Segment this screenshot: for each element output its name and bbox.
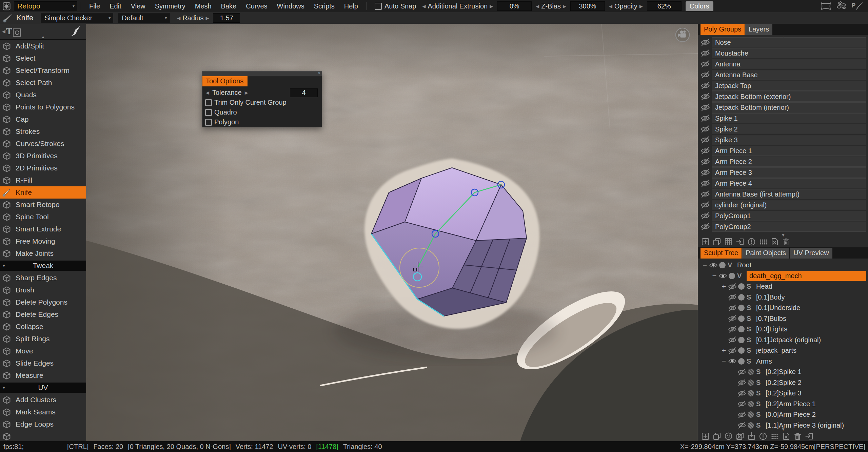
visibility-off-icon[interactable] [737,421,746,430]
visibility-off-icon[interactable] [701,59,710,69]
spinner-right-icon[interactable]: ▶ [244,90,249,95]
sidebar-item-cap[interactable]: Cap [0,113,86,125]
spinner-left-icon[interactable]: ◀ [421,4,426,9]
sidebar-item-free-moving[interactable]: Free Moving [0,235,86,247]
spinner-left-icon[interactable]: ◀ [535,4,540,9]
sidebar-item-select-path[interactable]: Select Path [0,77,86,89]
visibility-off-icon[interactable] [728,282,737,291]
polygroup-row[interactable]: Nose [698,37,868,47]
tree-node-label[interactable]: [0.3]Lights [756,325,787,333]
spinner-z-bias[interactable]: ◀Z-Bias▶ [535,2,567,10]
layer-color-dot[interactable] [748,369,754,375]
room-mode-dropdown[interactable]: Retopo ▾ [14,1,77,11]
visibility-off-icon[interactable] [737,410,746,419]
grid-icon[interactable] [724,237,733,246]
tab-poly-groups[interactable]: Poly Groups [701,24,745,35]
visibility-off-icon[interactable] [701,70,710,80]
checkbox-icon[interactable] [205,99,212,106]
menu-edit[interactable]: Edit [105,2,126,10]
sidebar-item-curves-strokes[interactable]: Curves/Strokes [0,138,86,150]
sidebar-item-slide-edges[interactable]: Slide Edges [0,357,86,369]
layer-color-dot[interactable] [738,358,745,365]
sidebar-item-r-fill[interactable]: R-Fill [0,174,86,186]
tree-node-label[interactable]: [0.1]Underside [756,304,800,312]
visibility-off-icon[interactable] [701,81,710,90]
viewport-3d[interactable]: × Tool Options ◀ Tolerance ▶ 4 Trim Only… [86,24,698,441]
visibility-off-icon[interactable] [701,168,710,177]
stroke-type-icon[interactable] [68,24,82,38]
sidebar-item-delete-edges[interactable]: Delete Edges [0,308,86,321]
visibility-off-icon[interactable] [728,325,737,334]
polygroup-row[interactable]: cylinder (original) [698,200,868,210]
polygroup-row[interactable]: Antenna Base (first attempt) [698,189,868,199]
sidebar-item-add-clusters[interactable]: Add Clusters [0,394,86,406]
spinner-value-input[interactable]: 0% [497,1,532,11]
arrow-in-icon[interactable] [805,432,814,441]
tree-node-label[interactable]: [0.2]Arm Piece 1 [766,400,816,408]
expand-icon[interactable]: + [720,282,728,291]
tree-row-arms[interactable]: −SArms [698,356,868,367]
polygroup-row[interactable]: Jetpack Bottom (exterior) [698,91,868,102]
colors-button[interactable]: Colors [686,1,713,11]
layer-color-dot[interactable] [729,273,735,279]
sidebar-item-smart-extrude[interactable]: Smart Extrude [0,223,86,235]
visibility-off-icon[interactable] [701,189,710,199]
sidebar-item-spine-tool[interactable]: Spine Tool [0,211,86,223]
sidebar-item-quads[interactable]: Quads [0,89,86,101]
text-tool-icon[interactable]: ◀ T [2,26,21,37]
menu-symmetry[interactable]: Symmetry [150,2,190,10]
spinner-opacity[interactable]: ◀Opacity▶ [608,2,644,10]
tab-paint-objects[interactable]: Paint Objects [742,248,789,259]
radius-spinner[interactable]: ◀ Radius ▶ [176,14,210,22]
visibility-off-icon[interactable] [701,200,710,210]
visibility-off-icon[interactable] [701,146,710,156]
polygroup-row[interactable]: Jetpack Bottom (interior) [698,102,868,112]
sidebar-item-sharp-edges[interactable]: Sharp Edges [0,272,86,284]
visibility-on-icon[interactable] [709,261,718,270]
layer-color-dot[interactable] [748,390,754,396]
sidebar-item-strokes[interactable]: Strokes [0,125,86,138]
sidebar-item-2d-primitives[interactable]: 2D Primitives [0,162,86,174]
add-icon[interactable] [701,237,710,246]
sidebar-item-brush[interactable]: Brush [0,284,86,296]
visibility-off-icon[interactable] [737,378,746,387]
spinner-left-icon[interactable]: ◀ [205,90,210,95]
checkbox-icon[interactable] [205,109,212,116]
sphere-icon[interactable] [724,432,733,441]
tolerance-spinner[interactable]: ◀ Tolerance ▶ 4 [205,88,319,98]
tree-node-label[interactable]: [0.7]Bulbs [756,315,786,323]
polygroup-row[interactable]: Jetpack Top [698,81,868,91]
file-x-icon[interactable] [770,237,779,246]
grid-small-icon[interactable] [770,432,779,441]
visibility-off-icon[interactable] [728,314,737,323]
warn-icon[interactable] [747,237,756,246]
sidebar-item-mark-seams[interactable]: Mark Seams [0,406,86,418]
sidebar-item-knife[interactable]: Knife [0,186,86,199]
spinner-right-icon[interactable]: ▶ [205,16,210,21]
polygroup-row[interactable]: PolyGroup1 [698,211,868,221]
layer-color-dot[interactable] [738,283,745,290]
tool-section-tweak[interactable]: ▼Tweak [0,261,86,271]
visibility-off-icon[interactable] [701,103,710,112]
warn-icon[interactable] [758,432,768,441]
visibility-off-icon[interactable] [701,38,710,47]
option-quadro[interactable]: Quadro [205,107,319,117]
checkbox-icon[interactable] [205,119,212,126]
layer-color-dot[interactable] [748,401,754,407]
tree-node-label[interactable]: [0.2]Spike 2 [766,379,802,387]
scroll-up-icon[interactable]: ▲ [41,35,45,39]
collapse-icon[interactable]: − [720,357,728,366]
visibility-off-icon[interactable] [728,293,737,302]
sidebar-item-make-joints[interactable]: Make Joints [0,247,86,260]
menu-bake[interactable]: Bake [216,2,241,10]
layer-color-dot[interactable] [738,315,745,322]
polygroup-row[interactable]: Spike 2 [698,124,868,134]
sidebar-item-points-to-polygons[interactable]: Points to Polygons [0,101,86,113]
layer-color-dot[interactable] [738,347,745,354]
tree-row--0-1-body[interactable]: S[0.1]Body [698,292,868,303]
tree-row--0-1-jetpack-original-[interactable]: S[0.1]Jetpack (original) [698,335,868,346]
visibility-off-icon[interactable] [737,389,746,398]
visibility-off-icon[interactable] [728,346,737,355]
polygroup-row[interactable]: Arm Piece 4 [698,178,868,188]
visibility-off-icon[interactable] [701,211,710,221]
